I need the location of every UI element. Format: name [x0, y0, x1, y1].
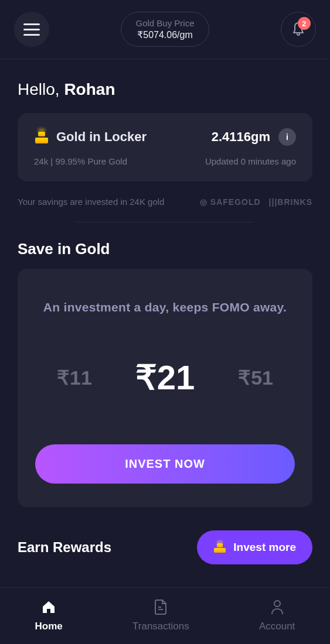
gold-icon: [34, 131, 49, 143]
notification-button[interactable]: 2: [281, 12, 316, 47]
savings-text: Your savings are invested in 24K gold: [18, 197, 164, 207]
menu-icon: [23, 23, 40, 25]
amount-option-3[interactable]: ₹51: [238, 366, 273, 389]
info-icon[interactable]: i: [278, 128, 296, 146]
locker-card[interactable]: Gold in Locker 2.4116gm i 24k | 99.95% P…: [18, 113, 312, 181]
safegold-logo: ◎ SAFEGOLD: [200, 197, 261, 207]
nav-home-label: Home: [35, 621, 63, 632]
invest-now-button[interactable]: INVEST NOW: [35, 444, 295, 484]
document-icon: [152, 598, 169, 616]
nav-transactions-label: Transactions: [132, 621, 189, 632]
rewards-title: Earn Rewards: [18, 539, 111, 556]
locker-title: Gold in Locker: [56, 129, 147, 145]
greeting-prefix: Hello,: [18, 80, 64, 98]
amount-picker: ₹11 ₹21 ₹51: [35, 358, 295, 398]
gold-icon: [213, 542, 226, 553]
locker-amount: 2.4116gm: [212, 129, 270, 145]
amount-option-selected[interactable]: ₹21: [135, 358, 195, 398]
header: Gold Buy Price ₹5074.06/gm 2: [0, 0, 330, 59]
rewards-row: Earn Rewards Invest more: [0, 507, 330, 576]
price-label: Gold Buy Price: [135, 18, 194, 28]
nav-account-label: Account: [259, 621, 295, 632]
price-value: ₹5074.06/gm: [135, 29, 194, 40]
nav-account[interactable]: Account: [259, 598, 295, 632]
save-section-title: Save in Gold: [0, 240, 330, 269]
nav-home[interactable]: Home: [35, 598, 63, 632]
invest-more-button[interactable]: Invest more: [197, 530, 312, 564]
locker-updated: Updated 0 minutes ago: [205, 156, 296, 166]
menu-button[interactable]: [14, 12, 49, 47]
bottom-nav: Home Transactions Account: [0, 587, 330, 644]
locker-purity: 24k | 99.95% Pure Gold: [34, 156, 127, 166]
save-tagline: An investment a day, keeps FOMO away.: [35, 298, 295, 317]
savings-info: Your savings are invested in 24K gold ◎ …: [0, 181, 330, 222]
notification-badge: 2: [298, 17, 311, 30]
amount-option-1[interactable]: ₹11: [57, 366, 92, 389]
brinks-logo: |||BRINKS: [269, 197, 312, 207]
home-icon: [40, 598, 57, 616]
invest-more-label: Invest more: [233, 541, 296, 554]
gold-price-pill[interactable]: Gold Buy Price ₹5074.06/gm: [121, 12, 209, 47]
greeting: Hello, Rohan: [0, 59, 330, 113]
nav-transactions[interactable]: Transactions: [132, 598, 189, 632]
greeting-name: Rohan: [64, 80, 115, 98]
svg-point-2: [274, 601, 280, 607]
person-icon: [268, 598, 286, 616]
divider: [76, 222, 254, 222]
save-card: An investment a day, keeps FOMO away. ₹1…: [18, 269, 312, 507]
